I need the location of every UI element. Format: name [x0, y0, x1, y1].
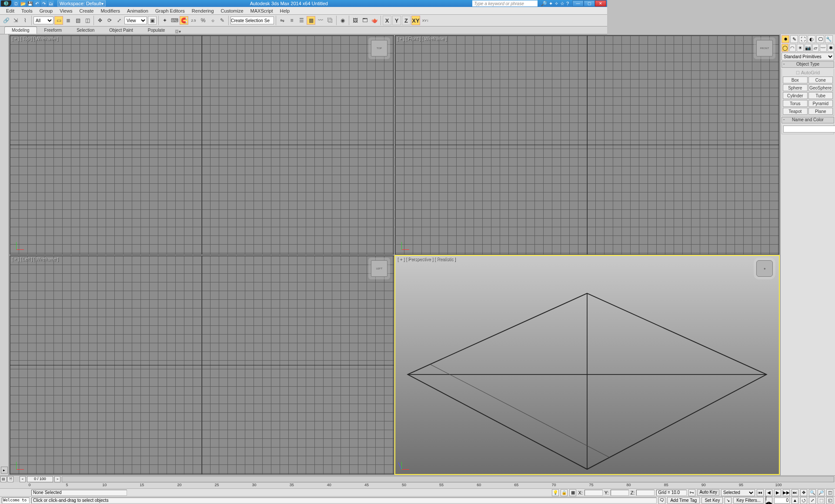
viewport-left[interactable]: [ + ] [ Left ] [ Wireframe ] LEFT — [10, 255, 394, 368]
selection-filter[interactable]: All — [33, 17, 53, 24]
align-icon[interactable]: ≡ — [287, 16, 296, 25]
viewport-top-label[interactable]: [ + ] [ Top ] [ Wireframe ] — [12, 36, 58, 41]
axis-constraints-icon[interactable]: XY↕ — [421, 16, 430, 25]
menu-create[interactable]: Create — [76, 8, 97, 13]
open-icon[interactable]: 📂 — [20, 0, 26, 7]
help-search[interactable]: Type a keyword or phrase — [472, 0, 538, 7]
bind-spacewarp-icon[interactable]: ⌇ — [21, 16, 30, 25]
window-crossing-icon[interactable]: ◫ — [83, 16, 92, 25]
curve-editor-icon[interactable]: 〰 — [316, 16, 325, 25]
app-icon[interactable]: ➌ — [1, 0, 11, 7]
subscribe-icon[interactable]: ✦ — [549, 1, 553, 7]
link-icon[interactable]: 🔗 — [2, 16, 10, 25]
percent-snap-icon[interactable]: % — [199, 16, 207, 25]
viewport-persp-label[interactable]: [ + ] [ Perspective ] [ Realistic ] — [397, 257, 456, 262]
viewport-left-bar: ▸ — [0, 34, 9, 368]
save-icon[interactable]: 💾 — [27, 0, 33, 7]
window-title: Autodesk 3ds Max 2014 x64 Untitled — [106, 1, 472, 6]
keyboard-shortcut-icon[interactable]: ⌨ — [170, 16, 179, 25]
search-go-icon[interactable]: 🔎 — [541, 1, 547, 7]
help-icon[interactable]: ? — [566, 1, 569, 7]
snap-toggle-icon[interactable]: 🧲 — [180, 16, 188, 25]
grid — [10, 256, 394, 368]
move-icon[interactable]: ✥ — [96, 16, 104, 25]
viewport-perspective[interactable]: [ + ] [ Perspective ] [ Realistic ] ◈ — [395, 255, 607, 368]
axis-tripod-icon — [16, 239, 27, 250]
viewport-top[interactable]: [ + ] [ Top ] [ Wireframe ] TOP — [10, 35, 394, 255]
edit-named-sel-icon[interactable]: ✎ — [218, 16, 227, 25]
render-icon[interactable]: 🫖 — [370, 16, 379, 25]
quick-access-toolbar: 🗋 📂 💾 ↶ ↷ 🗂 — [13, 0, 54, 7]
menu-animation[interactable]: Animation — [124, 8, 152, 13]
svg-marker-0 — [407, 293, 607, 368]
select-object-icon[interactable]: ▭ — [54, 16, 63, 25]
rotate-icon[interactable]: ⟳ — [105, 16, 114, 25]
viewport-front[interactable]: [ + ] [ Front ] [ Wireframe ] FRONT — [395, 35, 607, 255]
menu-bar: Edit Tools Group Views Create Modifiers … — [0, 7, 607, 15]
project-icon[interactable]: 🗂 — [48, 0, 54, 7]
rendered-frame-icon[interactable]: 🗔 — [361, 16, 369, 25]
redo-icon[interactable]: ↷ — [41, 0, 47, 7]
scale-icon[interactable]: ⤢ — [115, 16, 124, 25]
menu-group[interactable]: Group — [36, 8, 57, 13]
menu-tools[interactable]: Tools — [18, 8, 36, 13]
viewcube-left[interactable]: LEFT — [371, 260, 387, 277]
menu-modifiers[interactable]: Modifiers — [97, 8, 124, 13]
menu-customize[interactable]: Customize — [217, 8, 247, 13]
workspace-selector[interactable]: Workspace: Default ▾ — [57, 0, 106, 7]
new-icon[interactable]: 🗋 — [13, 0, 19, 7]
unlink-icon[interactable]: ⇲ — [11, 16, 20, 25]
infocenter-icons: 🔎 ✦ ✧ ☆ ? — [541, 1, 569, 7]
central: ▸ [ + ] [ Top ] [ Wireframe ] TOP [ + ] … — [0, 34, 607, 368]
maximize-button[interactable]: ▢ — [584, 0, 595, 7]
main-toolbar: 🔗 ⇲ ⌇ All ▭ ≣ ▧ ◫ ✥ ⟳ ⤢ View ▣ ✦ ⌨ 🧲 2.5… — [0, 15, 607, 27]
material-editor-icon[interactable]: ◉ — [338, 16, 347, 25]
spinner-snap-icon[interactable]: ⟐ — [208, 16, 217, 25]
undo-icon[interactable]: ↶ — [34, 0, 40, 7]
select-rect-icon[interactable]: ▧ — [73, 16, 82, 25]
axis-xy[interactable]: XY — [411, 16, 420, 25]
minimize-button[interactable]: — — [572, 0, 584, 7]
graphite-toggle-icon[interactable]: ▦ — [307, 16, 315, 25]
ribbon: Modeling Freeform Selection Object Paint… — [0, 27, 607, 34]
axis-y[interactable]: Y — [392, 16, 401, 25]
viewport-front-label[interactable]: [ + ] [ Front ] [ Wireframe ] — [397, 36, 447, 41]
favorite-icon[interactable]: ☆ — [560, 1, 564, 7]
close-button[interactable]: ✕ — [595, 0, 606, 7]
mirror-icon[interactable]: ⇋ — [278, 16, 287, 25]
named-selection-set[interactable] — [230, 17, 274, 24]
window-buttons: — ▢ ✕ — [572, 0, 606, 7]
tab-selection[interactable]: Selection — [69, 27, 102, 34]
viewport-left-label[interactable]: [ + ] [ Left ] [ Wireframe ] — [12, 257, 59, 262]
grid — [395, 36, 607, 254]
svg-line-3 — [430, 364, 607, 368]
manipulate-icon[interactable]: ✦ — [160, 16, 169, 25]
select-name-icon[interactable]: ≣ — [64, 16, 73, 25]
perspective-grid — [395, 256, 607, 368]
viewports: [ + ] [ Top ] [ Wireframe ] TOP [ + ] [ … — [9, 34, 607, 368]
layers-icon[interactable]: ☰ — [297, 16, 306, 25]
ref-coord-system[interactable]: View — [124, 17, 147, 24]
exchange-icon[interactable]: ✧ — [554, 1, 558, 7]
menu-edit[interactable]: Edit — [3, 8, 18, 13]
tab-populate[interactable]: Populate — [140, 27, 172, 34]
ribbon-minimize-icon[interactable]: ☲▾ — [175, 29, 181, 34]
menu-maxscript[interactable]: MAXScript — [247, 8, 277, 13]
axis-tripod-icon — [401, 239, 412, 250]
render-setup-icon[interactable]: 🖼 — [351, 16, 360, 25]
tab-object-paint[interactable]: Object Paint — [102, 27, 140, 34]
axis-z[interactable]: Z — [402, 16, 411, 25]
menu-graph-editors[interactable]: Graph Editors — [152, 8, 188, 13]
tab-modeling[interactable]: Modeling — [4, 27, 37, 34]
viewcube-top[interactable]: TOP — [371, 40, 387, 56]
menu-views[interactable]: Views — [56, 8, 76, 13]
axis-x[interactable]: X — [383, 16, 391, 25]
menu-rendering[interactable]: Rendering — [188, 8, 217, 13]
tab-freeform[interactable]: Freeform — [37, 27, 70, 34]
pivot-center-icon[interactable]: ▣ — [148, 16, 157, 25]
grid — [10, 36, 394, 254]
menu-help[interactable]: Help — [277, 8, 294, 13]
title-bar: ➌ 🗋 📂 💾 ↶ ↷ 🗂 Workspace: Default ▾ Autod… — [0, 0, 607, 7]
schematic-icon[interactable]: ⿻ — [326, 16, 334, 25]
angle-snap-icon[interactable]: 2.5 — [189, 16, 198, 25]
